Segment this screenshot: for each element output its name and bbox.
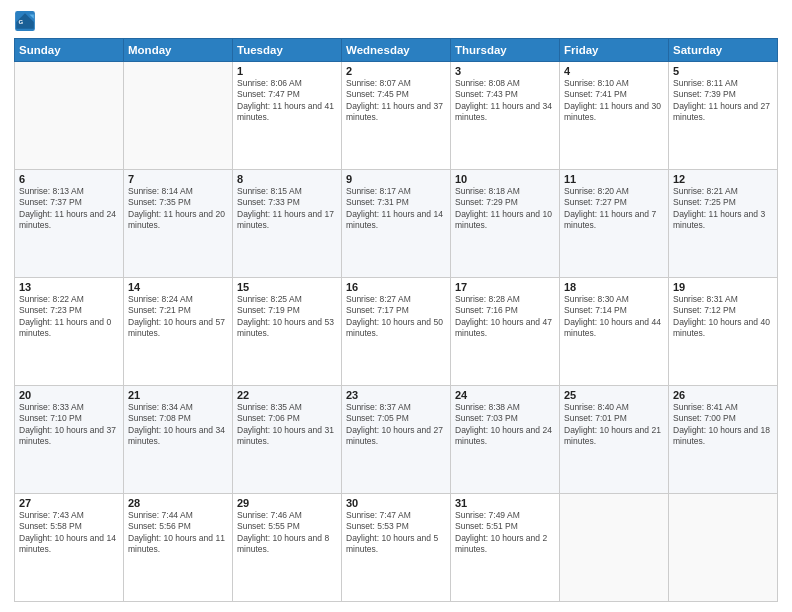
day-info: Sunrise: 8:22 AM Sunset: 7:23 PM Dayligh… <box>19 294 119 340</box>
calendar-cell: 18Sunrise: 8:30 AM Sunset: 7:14 PM Dayli… <box>560 278 669 386</box>
day-number: 11 <box>564 173 664 185</box>
calendar-cell: 4Sunrise: 8:10 AM Sunset: 7:41 PM Daylig… <box>560 62 669 170</box>
calendar-cell: 25Sunrise: 8:40 AM Sunset: 7:01 PM Dayli… <box>560 386 669 494</box>
calendar-cell: 21Sunrise: 8:34 AM Sunset: 7:08 PM Dayli… <box>124 386 233 494</box>
day-number: 25 <box>564 389 664 401</box>
day-info: Sunrise: 8:31 AM Sunset: 7:12 PM Dayligh… <box>673 294 773 340</box>
day-info: Sunrise: 8:35 AM Sunset: 7:06 PM Dayligh… <box>237 402 337 448</box>
day-number: 16 <box>346 281 446 293</box>
calendar-cell: 20Sunrise: 8:33 AM Sunset: 7:10 PM Dayli… <box>15 386 124 494</box>
day-number: 26 <box>673 389 773 401</box>
logo-icon: G <box>14 10 36 32</box>
calendar-table: SundayMondayTuesdayWednesdayThursdayFrid… <box>14 38 778 602</box>
calendar-cell: 15Sunrise: 8:25 AM Sunset: 7:19 PM Dayli… <box>233 278 342 386</box>
weekday-header-friday: Friday <box>560 39 669 62</box>
calendar-cell: 3Sunrise: 8:08 AM Sunset: 7:43 PM Daylig… <box>451 62 560 170</box>
day-number: 4 <box>564 65 664 77</box>
day-info: Sunrise: 7:43 AM Sunset: 5:58 PM Dayligh… <box>19 510 119 556</box>
week-row-4: 20Sunrise: 8:33 AM Sunset: 7:10 PM Dayli… <box>15 386 778 494</box>
day-info: Sunrise: 8:37 AM Sunset: 7:05 PM Dayligh… <box>346 402 446 448</box>
calendar-cell: 7Sunrise: 8:14 AM Sunset: 7:35 PM Daylig… <box>124 170 233 278</box>
calendar-cell: 23Sunrise: 8:37 AM Sunset: 7:05 PM Dayli… <box>342 386 451 494</box>
calendar-cell: 31Sunrise: 7:49 AM Sunset: 5:51 PM Dayli… <box>451 494 560 602</box>
week-row-5: 27Sunrise: 7:43 AM Sunset: 5:58 PM Dayli… <box>15 494 778 602</box>
svg-text:G: G <box>18 19 23 25</box>
calendar-cell: 6Sunrise: 8:13 AM Sunset: 7:37 PM Daylig… <box>15 170 124 278</box>
day-info: Sunrise: 8:25 AM Sunset: 7:19 PM Dayligh… <box>237 294 337 340</box>
day-number: 20 <box>19 389 119 401</box>
day-info: Sunrise: 8:17 AM Sunset: 7:31 PM Dayligh… <box>346 186 446 232</box>
day-number: 10 <box>455 173 555 185</box>
calendar-cell: 14Sunrise: 8:24 AM Sunset: 7:21 PM Dayli… <box>124 278 233 386</box>
day-info: Sunrise: 8:06 AM Sunset: 7:47 PM Dayligh… <box>237 78 337 124</box>
day-info: Sunrise: 8:30 AM Sunset: 7:14 PM Dayligh… <box>564 294 664 340</box>
day-number: 18 <box>564 281 664 293</box>
day-info: Sunrise: 8:10 AM Sunset: 7:41 PM Dayligh… <box>564 78 664 124</box>
calendar-cell: 5Sunrise: 8:11 AM Sunset: 7:39 PM Daylig… <box>669 62 778 170</box>
day-info: Sunrise: 8:15 AM Sunset: 7:33 PM Dayligh… <box>237 186 337 232</box>
calendar-cell: 13Sunrise: 8:22 AM Sunset: 7:23 PM Dayli… <box>15 278 124 386</box>
day-number: 22 <box>237 389 337 401</box>
day-info: Sunrise: 8:08 AM Sunset: 7:43 PM Dayligh… <box>455 78 555 124</box>
weekday-header-tuesday: Tuesday <box>233 39 342 62</box>
day-number: 2 <box>346 65 446 77</box>
week-row-1: 1Sunrise: 8:06 AM Sunset: 7:47 PM Daylig… <box>15 62 778 170</box>
day-number: 12 <box>673 173 773 185</box>
day-info: Sunrise: 8:20 AM Sunset: 7:27 PM Dayligh… <box>564 186 664 232</box>
calendar-cell: 29Sunrise: 7:46 AM Sunset: 5:55 PM Dayli… <box>233 494 342 602</box>
calendar-cell: 19Sunrise: 8:31 AM Sunset: 7:12 PM Dayli… <box>669 278 778 386</box>
calendar-cell: 30Sunrise: 7:47 AM Sunset: 5:53 PM Dayli… <box>342 494 451 602</box>
calendar-cell <box>15 62 124 170</box>
calendar-cell: 1Sunrise: 8:06 AM Sunset: 7:47 PM Daylig… <box>233 62 342 170</box>
day-number: 9 <box>346 173 446 185</box>
day-info: Sunrise: 8:40 AM Sunset: 7:01 PM Dayligh… <box>564 402 664 448</box>
day-number: 24 <box>455 389 555 401</box>
day-number: 28 <box>128 497 228 509</box>
calendar-cell <box>560 494 669 602</box>
day-info: Sunrise: 8:41 AM Sunset: 7:00 PM Dayligh… <box>673 402 773 448</box>
day-info: Sunrise: 8:24 AM Sunset: 7:21 PM Dayligh… <box>128 294 228 340</box>
day-info: Sunrise: 8:38 AM Sunset: 7:03 PM Dayligh… <box>455 402 555 448</box>
day-number: 6 <box>19 173 119 185</box>
day-number: 14 <box>128 281 228 293</box>
day-number: 21 <box>128 389 228 401</box>
day-info: Sunrise: 8:13 AM Sunset: 7:37 PM Dayligh… <box>19 186 119 232</box>
day-info: Sunrise: 8:11 AM Sunset: 7:39 PM Dayligh… <box>673 78 773 124</box>
calendar-cell: 8Sunrise: 8:15 AM Sunset: 7:33 PM Daylig… <box>233 170 342 278</box>
day-number: 13 <box>19 281 119 293</box>
day-number: 29 <box>237 497 337 509</box>
day-number: 7 <box>128 173 228 185</box>
week-row-2: 6Sunrise: 8:13 AM Sunset: 7:37 PM Daylig… <box>15 170 778 278</box>
day-number: 17 <box>455 281 555 293</box>
weekday-header-wednesday: Wednesday <box>342 39 451 62</box>
day-number: 15 <box>237 281 337 293</box>
calendar-cell: 12Sunrise: 8:21 AM Sunset: 7:25 PM Dayli… <box>669 170 778 278</box>
calendar-cell <box>669 494 778 602</box>
calendar-cell: 27Sunrise: 7:43 AM Sunset: 5:58 PM Dayli… <box>15 494 124 602</box>
calendar-cell: 9Sunrise: 8:17 AM Sunset: 7:31 PM Daylig… <box>342 170 451 278</box>
calendar-cell: 28Sunrise: 7:44 AM Sunset: 5:56 PM Dayli… <box>124 494 233 602</box>
day-info: Sunrise: 8:33 AM Sunset: 7:10 PM Dayligh… <box>19 402 119 448</box>
calendar-cell: 11Sunrise: 8:20 AM Sunset: 7:27 PM Dayli… <box>560 170 669 278</box>
day-number: 3 <box>455 65 555 77</box>
calendar-cell: 16Sunrise: 8:27 AM Sunset: 7:17 PM Dayli… <box>342 278 451 386</box>
header: G <box>14 10 778 32</box>
calendar-cell: 26Sunrise: 8:41 AM Sunset: 7:00 PM Dayli… <box>669 386 778 494</box>
calendar-cell: 10Sunrise: 8:18 AM Sunset: 7:29 PM Dayli… <box>451 170 560 278</box>
weekday-header-sunday: Sunday <box>15 39 124 62</box>
weekday-header-thursday: Thursday <box>451 39 560 62</box>
calendar-cell <box>124 62 233 170</box>
day-number: 30 <box>346 497 446 509</box>
weekday-header-saturday: Saturday <box>669 39 778 62</box>
day-info: Sunrise: 7:49 AM Sunset: 5:51 PM Dayligh… <box>455 510 555 556</box>
day-number: 8 <box>237 173 337 185</box>
calendar-cell: 17Sunrise: 8:28 AM Sunset: 7:16 PM Dayli… <box>451 278 560 386</box>
day-info: Sunrise: 8:18 AM Sunset: 7:29 PM Dayligh… <box>455 186 555 232</box>
page: G SundayMondayTuesdayWednesdayThursdayFr… <box>0 0 792 612</box>
day-info: Sunrise: 7:46 AM Sunset: 5:55 PM Dayligh… <box>237 510 337 556</box>
calendar-cell: 2Sunrise: 8:07 AM Sunset: 7:45 PM Daylig… <box>342 62 451 170</box>
weekday-header-row: SundayMondayTuesdayWednesdayThursdayFrid… <box>15 39 778 62</box>
weekday-header-monday: Monday <box>124 39 233 62</box>
week-row-3: 13Sunrise: 8:22 AM Sunset: 7:23 PM Dayli… <box>15 278 778 386</box>
day-info: Sunrise: 8:34 AM Sunset: 7:08 PM Dayligh… <box>128 402 228 448</box>
